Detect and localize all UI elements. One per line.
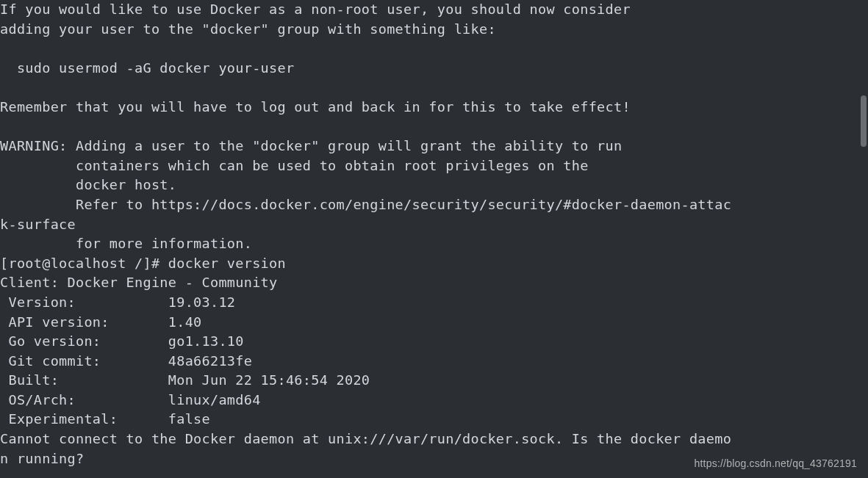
terminal-line: containers which can be used to obtain r… bbox=[0, 156, 868, 176]
terminal-line: sudo usermod -aG docker your-user bbox=[0, 59, 868, 79]
terminal-output[interactable]: If you would like to use Docker as a non… bbox=[0, 0, 868, 468]
terminal-line: OS/Arch: linux/amd64 bbox=[0, 391, 868, 410]
terminal-line bbox=[0, 117, 868, 137]
terminal-line: Version: 19.03.12 bbox=[0, 293, 868, 313]
terminal-line: for more information. bbox=[0, 234, 868, 254]
terminal-line: If you would like to use Docker as a non… bbox=[0, 0, 868, 20]
terminal-line: Git commit: 48a66213fe bbox=[0, 352, 868, 372]
terminal-line: Go version: go1.13.10 bbox=[0, 332, 868, 352]
terminal-line: [root@localhost /]# docker version bbox=[0, 254, 868, 274]
terminal-line: API version: 1.40 bbox=[0, 313, 868, 333]
terminal-line: Client: Docker Engine - Community bbox=[0, 273, 868, 293]
terminal-line: k-surface bbox=[0, 215, 868, 235]
scrollbar-thumb[interactable] bbox=[861, 95, 867, 147]
terminal-line: Cannot connect to the Docker daemon at u… bbox=[0, 430, 868, 449]
terminal-line: Refer to https://docs.docker.com/engine/… bbox=[0, 195, 868, 215]
terminal-line: adding your user to the "docker" group w… bbox=[0, 20, 868, 40]
terminal-line bbox=[0, 78, 868, 98]
watermark-text: https://blog.csdn.net/qq_43762191 bbox=[695, 454, 857, 474]
terminal-line: docker host. bbox=[0, 175, 868, 195]
terminal-line: WARNING: Adding a user to the "docker" g… bbox=[0, 137, 868, 156]
terminal-line bbox=[0, 39, 868, 59]
terminal-line: Built: Mon Jun 22 15:46:54 2020 bbox=[0, 371, 868, 391]
terminal-line: Experimental: false bbox=[0, 410, 868, 430]
terminal-line: Remember that you will have to log out a… bbox=[0, 98, 868, 117]
